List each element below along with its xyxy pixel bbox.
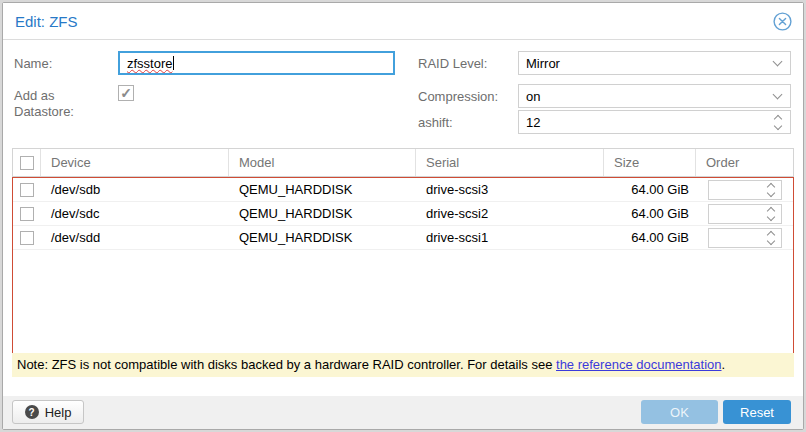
disk-table-body: /dev/sdb QEMU_HARDDISK drive-scsi3 64.00… (12, 177, 794, 354)
device-cell: /dev/sdb (41, 178, 229, 201)
table-row[interactable]: /dev/sdd QEMU_HARDDISK drive-scsi1 64.00… (13, 226, 793, 250)
note-text: Note: ZFS is not compatible with disks b… (17, 357, 556, 372)
ashift-spinner[interactable]: 12 (518, 110, 791, 134)
help-button[interactable]: ? Help (12, 400, 84, 424)
row-checkbox[interactable] (20, 207, 34, 221)
chevron-down-icon[interactable] (764, 85, 790, 107)
ok-button[interactable]: OK (641, 400, 718, 424)
zfs-note: Note: ZFS is not compatible with disks b… (12, 353, 794, 377)
column-header-device[interactable]: Device (41, 149, 229, 176)
chevron-down-icon[interactable] (764, 52, 790, 74)
spinner-arrows-icon[interactable] (761, 181, 781, 199)
note-text-end: . (722, 357, 726, 372)
name-label: Name: (14, 56, 52, 72)
select-all-checkbox[interactable] (20, 156, 34, 170)
serial-cell: drive-scsi2 (416, 202, 604, 225)
select-all-cell (13, 149, 41, 176)
ashift-label: ashift: (418, 115, 453, 131)
column-header-size[interactable]: Size (604, 149, 696, 176)
raid-level-value: Mirror (519, 56, 764, 71)
disk-table: Device Model Serial Size Order /dev/sdb … (12, 148, 794, 354)
name-input[interactable]: zfsstore (118, 51, 395, 75)
dialog-title: Edit: ZFS (15, 3, 78, 40)
dialog-titlebar: Edit: ZFS (3, 3, 803, 40)
order-spinner[interactable] (708, 204, 782, 224)
help-icon: ? (25, 405, 39, 419)
add-as-datastore-checkbox[interactable] (118, 85, 134, 101)
device-cell: /dev/sdc (41, 202, 229, 225)
table-row[interactable]: /dev/sdc QEMU_HARDDISK drive-scsi2 64.00… (13, 202, 793, 226)
close-icon[interactable] (773, 12, 792, 31)
compression-label: Compression: (418, 89, 498, 105)
table-row[interactable]: /dev/sdb QEMU_HARDDISK drive-scsi3 64.00… (13, 178, 793, 202)
order-spinner[interactable] (708, 228, 782, 248)
spinner-arrows-icon[interactable] (761, 229, 781, 247)
serial-cell: drive-scsi3 (416, 178, 604, 201)
column-header-order[interactable]: Order (696, 149, 793, 176)
serial-cell: drive-scsi1 (416, 226, 604, 249)
column-header-model[interactable]: Model (229, 149, 416, 176)
edit-zfs-dialog: Edit: ZFS Name: zfsstore Add as Datastor… (2, 2, 804, 430)
dialog-footer: ? Help OK Reset (3, 396, 803, 429)
order-spinner[interactable] (708, 180, 782, 200)
spinner-arrows-icon[interactable] (761, 205, 781, 223)
disk-table-header: Device Model Serial Size Order (12, 148, 794, 177)
add-as-datastore-label: Add as Datastore: (14, 88, 106, 120)
compression-value: on (519, 89, 764, 104)
size-cell: 64.00 GiB (604, 226, 696, 249)
raid-level-label: RAID Level: (418, 56, 487, 72)
row-checkbox[interactable] (20, 231, 34, 245)
text-caret (173, 56, 174, 70)
size-cell: 64.00 GiB (604, 178, 696, 201)
column-header-serial[interactable]: Serial (416, 149, 604, 176)
spinner-arrows-icon[interactable] (766, 111, 790, 133)
compression-select[interactable]: on (518, 84, 791, 108)
model-cell: QEMU_HARDDISK (229, 178, 416, 201)
size-cell: 64.00 GiB (604, 202, 696, 225)
model-cell: QEMU_HARDDISK (229, 202, 416, 225)
help-button-label: Help (45, 405, 72, 420)
ashift-value: 12 (519, 115, 766, 130)
model-cell: QEMU_HARDDISK (229, 226, 416, 249)
reference-documentation-link[interactable]: the reference documentation (556, 357, 722, 372)
row-checkbox[interactable] (20, 183, 34, 197)
name-input-value: zfsstore (127, 56, 173, 71)
device-cell: /dev/sdd (41, 226, 229, 249)
raid-level-select[interactable]: Mirror (518, 51, 791, 75)
reset-button[interactable]: Reset (723, 400, 791, 424)
